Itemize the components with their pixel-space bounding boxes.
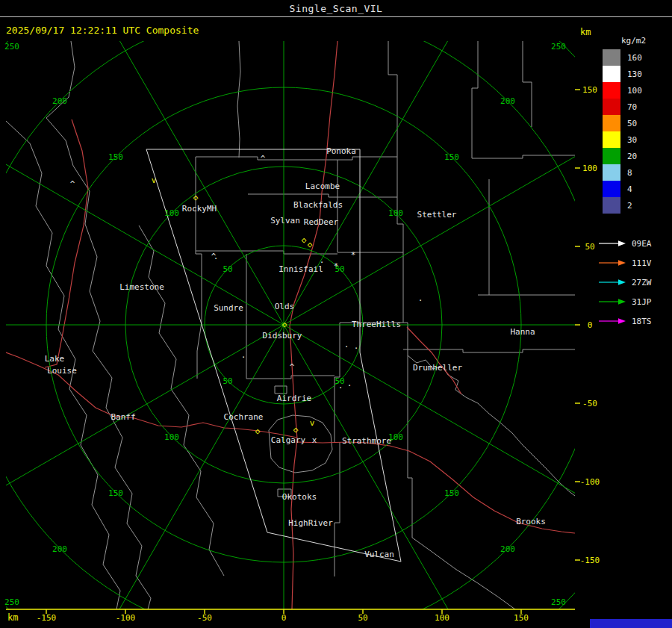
color-scale-value: 20 xyxy=(627,152,637,161)
color-swatch xyxy=(603,148,620,164)
color-swatch xyxy=(603,115,620,131)
track-id: 111V xyxy=(632,258,652,268)
track-id: 09EA xyxy=(632,239,652,249)
color-scale-row: 130 xyxy=(603,66,642,82)
radar-app-window: Single_Scan_VIL 2025/09/17 12:22:11 UTC … xyxy=(0,0,672,628)
legend-unit-label: kg/m2 xyxy=(621,36,646,46)
storm-track-row: 31JP xyxy=(598,292,652,311)
storm-track-row: 09EA xyxy=(598,234,652,253)
color-swatch xyxy=(603,49,620,66)
color-scale: 16013010070503020842 xyxy=(603,49,642,214)
color-scale-row: 30 xyxy=(603,131,642,148)
color-scale-row: 100 xyxy=(603,82,642,99)
radar-map-region[interactable] xyxy=(6,41,575,609)
color-scale-value: 8 xyxy=(627,168,632,178)
color-scale-row: 4 xyxy=(603,181,642,197)
storm-track-row: 111V xyxy=(598,253,652,273)
track-id: 18TS xyxy=(632,317,652,326)
color-swatch xyxy=(603,99,620,115)
color-scale-row: 2 xyxy=(603,197,642,214)
color-swatch xyxy=(603,66,620,82)
color-scale-value: 50 xyxy=(627,119,637,128)
right-axis-ticks xyxy=(575,90,580,560)
color-scale-row: 8 xyxy=(603,164,642,181)
color-scale-row: 70 xyxy=(603,99,642,115)
storm-track-row: 27ZW xyxy=(598,273,652,292)
track-arrow-icon xyxy=(598,317,626,325)
storm-track-legend: 09EA111V27ZW31JP18TS xyxy=(598,234,652,331)
bottom-right-blue-bar xyxy=(590,619,672,628)
color-swatch xyxy=(603,82,620,99)
color-scale-value: 160 xyxy=(627,53,642,63)
color-scale-row: 50 xyxy=(603,115,642,131)
track-arrow-icon xyxy=(598,279,626,286)
storm-track-row: 18TS xyxy=(598,311,652,331)
track-id: 27ZW xyxy=(632,278,652,287)
color-scale-value: 30 xyxy=(627,135,637,145)
color-scale-row: 20 xyxy=(603,148,642,164)
color-swatch xyxy=(603,181,620,197)
color-scale-value: 100 xyxy=(627,86,642,96)
track-arrow-icon xyxy=(598,240,626,247)
color-scale-value: 4 xyxy=(627,184,632,194)
color-swatch xyxy=(603,164,620,181)
bottom-axis xyxy=(6,609,575,614)
color-swatch xyxy=(603,131,620,148)
color-scale-row: 160 xyxy=(603,49,642,66)
color-swatch xyxy=(603,197,620,214)
color-scale-value: 2 xyxy=(627,201,632,211)
color-scale-value: 70 xyxy=(627,102,637,112)
color-scale-value: 130 xyxy=(627,69,642,79)
track-id: 31JP xyxy=(632,297,652,307)
track-arrow-icon xyxy=(598,259,626,267)
track-arrow-icon xyxy=(598,298,626,305)
